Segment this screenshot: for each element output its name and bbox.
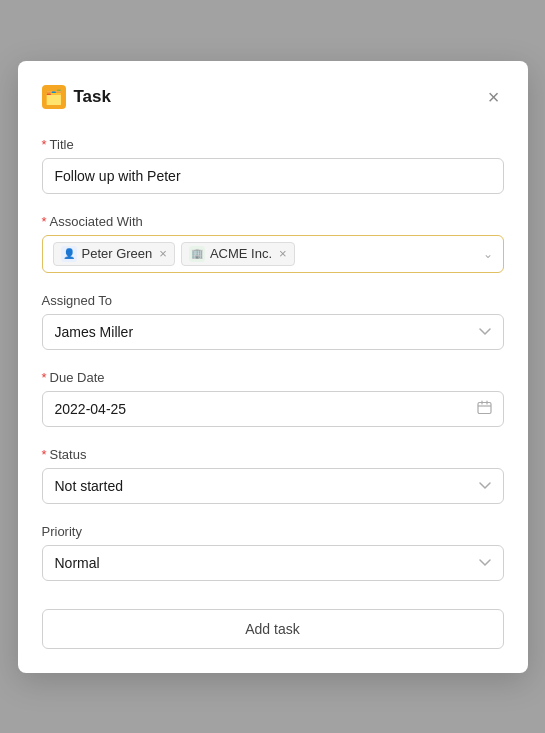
associated-required-star: * bbox=[42, 214, 47, 229]
associated-with-label: * Associated With bbox=[42, 214, 504, 229]
associated-with-input[interactable]: 👤 Peter Green × 🏢 ACME Inc. × ⌄ bbox=[42, 235, 504, 273]
title-required-star: * bbox=[42, 137, 47, 152]
modal-title: Task bbox=[74, 87, 112, 107]
status-select[interactable]: Not started In progress Done bbox=[42, 468, 504, 504]
task-icon: 🗂️ bbox=[42, 85, 66, 109]
due-date-label: * Due Date bbox=[42, 370, 504, 385]
tag-acme-inc-label: ACME Inc. bbox=[210, 246, 272, 261]
due-date-field-group: * Due Date bbox=[42, 370, 504, 427]
associated-with-field-group: * Associated With 👤 Peter Green × 🏢 ACME… bbox=[42, 214, 504, 273]
add-task-button[interactable]: Add task bbox=[42, 609, 504, 649]
building-icon: 🏢 bbox=[189, 246, 205, 262]
tag-acme-inc: 🏢 ACME Inc. × bbox=[181, 242, 295, 266]
title-input[interactable] bbox=[42, 158, 504, 194]
tag-peter-green-label: Peter Green bbox=[82, 246, 153, 261]
task-modal: 🗂️ Task × * Title * Associated With 👤 Pe… bbox=[18, 61, 528, 673]
assigned-to-field-group: Assigned To James Miller Peter Green Oth… bbox=[42, 293, 504, 350]
status-label: * Status bbox=[42, 447, 504, 462]
person-icon: 👤 bbox=[61, 246, 77, 262]
associated-chevron-icon: ⌄ bbox=[483, 247, 493, 261]
due-date-wrapper bbox=[42, 391, 504, 427]
due-date-input[interactable] bbox=[42, 391, 504, 427]
remove-peter-green-button[interactable]: × bbox=[159, 247, 167, 260]
assigned-to-select[interactable]: James Miller Peter Green Other bbox=[42, 314, 504, 350]
due-date-required-star: * bbox=[42, 370, 47, 385]
title-field-group: * Title bbox=[42, 137, 504, 194]
tag-peter-green: 👤 Peter Green × bbox=[53, 242, 175, 266]
status-required-star: * bbox=[42, 447, 47, 462]
modal-header: 🗂️ Task × bbox=[42, 85, 504, 109]
remove-acme-inc-button[interactable]: × bbox=[279, 247, 287, 260]
modal-title-group: 🗂️ Task bbox=[42, 85, 112, 109]
close-button[interactable]: × bbox=[484, 85, 504, 109]
priority-field-group: Priority Normal High Low bbox=[42, 524, 504, 581]
priority-select[interactable]: Normal High Low bbox=[42, 545, 504, 581]
title-label: * Title bbox=[42, 137, 504, 152]
status-field-group: * Status Not started In progress Done bbox=[42, 447, 504, 504]
priority-label: Priority bbox=[42, 524, 504, 539]
assigned-to-label: Assigned To bbox=[42, 293, 504, 308]
